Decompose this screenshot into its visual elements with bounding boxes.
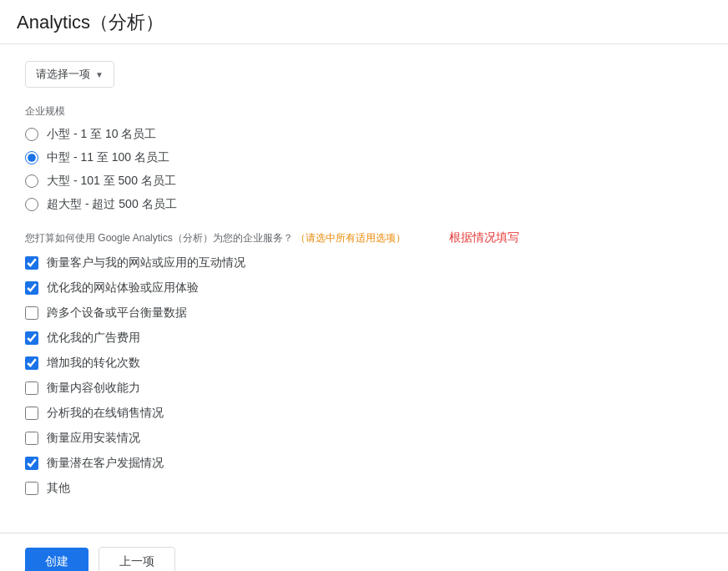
checkbox-item-measure-interactions[interactable]: 衡量客户与我的网站或应用的互动情况 [25,255,703,270]
create-button[interactable]: 创建 [25,548,88,571]
checkbox-measure-interactions-label: 衡量客户与我的网站或应用的互动情况 [47,255,245,270]
checkbox-item-app-installs[interactable]: 衡量应用安装情况 [25,431,703,446]
checkbox-measure-content-label: 衡量内容创收能力 [47,381,140,396]
checkbox-optimize-ads-label: 优化我的广告费用 [47,331,140,346]
checkbox-optimize-ads[interactable] [25,331,38,345]
radio-small-label: 小型 - 1 至 10 名员工 [47,127,156,142]
checkbox-analyze-sales-label: 分析我的在线销售情况 [47,406,164,421]
radio-group: 小型 - 1 至 10 名员工 中型 - 11 至 100 名员工 大型 - 1… [25,127,703,212]
checkbox-other-label: 其他 [47,481,70,496]
radio-medium-label: 中型 - 11 至 100 名员工 [47,150,169,165]
page-content: 请选择一项 ▼ 企业规模 小型 - 1 至 10 名员工 中型 - 11 至 1… [0,44,728,533]
checkbox-item-measure-leads[interactable]: 衡量潜在客户发掘情况 [25,456,703,471]
usage-question-section: 您打算如何使用 Google Analytics（分析）为您的企业服务？ （请选… [25,230,703,496]
chevron-down-icon: ▼ [95,70,104,79]
back-button[interactable]: 上一项 [99,547,175,571]
checkbox-item-measure-content[interactable]: 衡量内容创收能力 [25,381,703,396]
question-text: 您打算如何使用 Google Analytics（分析）为您的企业服务？ [25,232,293,244]
checkbox-measure-interactions[interactable] [25,256,38,270]
checkbox-increase-conversions-label: 增加我的转化次数 [47,356,140,371]
page-footer: 创建 上一项 [0,533,728,571]
checkbox-item-increase-conversions[interactable]: 增加我的转化次数 [25,356,703,371]
radio-item-xlarge[interactable]: 超大型 - 超过 500 名员工 [25,197,703,212]
checkbox-item-optimize-ads[interactable]: 优化我的广告费用 [25,331,703,346]
checkbox-group: 衡量客户与我的网站或应用的互动情况 优化我的网站体验或应用体验 跨多个设备或平台… [25,255,703,496]
checkbox-cross-device[interactable] [25,306,38,320]
checkbox-item-optimize-experience[interactable]: 优化我的网站体验或应用体验 [25,280,703,296]
checkbox-item-other[interactable]: 其他 [25,481,703,496]
business-size-section: 企业规模 小型 - 1 至 10 名员工 中型 - 11 至 100 名员工 大… [25,104,703,212]
business-size-label: 企业规模 [25,104,703,119]
radio-xlarge[interactable] [25,198,38,211]
checkbox-item-analyze-sales[interactable]: 分析我的在线销售情况 [25,406,703,421]
radio-large[interactable] [25,174,38,188]
radio-large-label: 大型 - 101 至 500 名员工 [47,174,176,189]
checkbox-increase-conversions[interactable] [25,356,38,370]
page-container: Analytics（分析） 请选择一项 ▼ 企业规模 小型 - 1 至 10 名… [0,0,728,571]
radio-item-large[interactable]: 大型 - 101 至 500 名员工 [25,174,703,189]
page-title: Analytics（分析） [17,10,711,35]
dropdown-label: 请选择一项 [36,67,90,82]
checkbox-item-cross-device[interactable]: 跨多个设备或平台衡量数据 [25,306,703,321]
checkbox-cross-device-label: 跨多个设备或平台衡量数据 [47,306,187,321]
annotation-text: 根据情况填写 [449,230,519,245]
checkbox-measure-leads[interactable] [25,457,38,470]
radio-xlarge-label: 超大型 - 超过 500 名员工 [47,197,177,212]
checkbox-measure-content[interactable] [25,382,38,395]
radio-item-medium[interactable]: 中型 - 11 至 100 名员工 [25,150,703,165]
dropdown-button[interactable]: 请选择一项 ▼ [25,61,114,88]
optional-text: （请选中所有适用选项） [296,232,406,244]
checkbox-optimize-experience-label: 优化我的网站体验或应用体验 [47,280,199,296]
radio-item-small[interactable]: 小型 - 1 至 10 名员工 [25,127,703,142]
page-header: Analytics（分析） [0,0,728,44]
checkbox-optimize-experience[interactable] [25,281,38,295]
question-label: 您打算如何使用 Google Analytics（分析）为您的企业服务？ （请选… [25,230,703,245]
dropdown-section: 请选择一项 ▼ [25,61,703,88]
checkbox-app-installs[interactable] [25,432,38,445]
checkbox-other[interactable] [25,482,38,495]
checkbox-measure-leads-label: 衡量潜在客户发掘情况 [47,456,164,471]
checkbox-analyze-sales[interactable] [25,407,38,420]
radio-small[interactable] [25,128,38,141]
checkbox-app-installs-label: 衡量应用安装情况 [47,431,140,446]
radio-medium[interactable] [25,151,38,164]
